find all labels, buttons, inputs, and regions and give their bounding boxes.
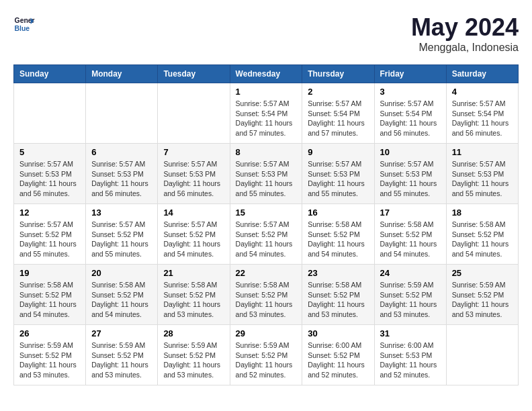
logo-icon: General Blue	[13, 13, 35, 35]
day-cell: 5Sunrise: 5:57 AMSunset: 5:53 PMDaylight…	[14, 144, 86, 204]
title-block: May 2024 Menggala, Indonesia	[411, 13, 519, 54]
day-number: 17	[380, 208, 441, 218]
day-info: Sunrise: 5:59 AMSunset: 5:52 PMDaylight:…	[163, 341, 220, 379]
day-number: 4	[452, 87, 513, 97]
day-cell: 24Sunrise: 5:59 AMSunset: 5:52 PMDayligh…	[374, 265, 446, 325]
header-row: SundayMondayTuesdayWednesdayThursdayFrid…	[14, 65, 519, 83]
day-cell: 25Sunrise: 5:59 AMSunset: 5:52 PMDayligh…	[446, 265, 518, 325]
week-row-1: 1Sunrise: 5:57 AMSunset: 5:54 PMDaylight…	[14, 83, 519, 144]
day-cell: 14Sunrise: 5:57 AMSunset: 5:52 PMDayligh…	[158, 204, 230, 265]
day-cell	[14, 83, 86, 144]
day-cell: 17Sunrise: 5:58 AMSunset: 5:52 PMDayligh…	[374, 204, 446, 265]
day-cell: 29Sunrise: 5:59 AMSunset: 5:52 PMDayligh…	[230, 325, 302, 385]
day-info: Sunrise: 5:57 AMSunset: 5:54 PMDaylight:…	[452, 99, 509, 137]
day-number: 19	[19, 268, 80, 278]
day-number: 11	[452, 147, 513, 157]
day-info: Sunrise: 5:58 AMSunset: 5:52 PMDaylight:…	[19, 281, 77, 318]
day-number: 7	[163, 147, 224, 157]
day-cell: 15Sunrise: 5:57 AMSunset: 5:52 PMDayligh…	[230, 204, 302, 265]
day-info: Sunrise: 5:59 AMSunset: 5:52 PMDaylight:…	[452, 281, 509, 318]
day-number: 30	[308, 328, 368, 338]
day-info: Sunrise: 5:59 AMSunset: 5:52 PMDaylight:…	[236, 341, 293, 379]
day-header-sunday: Sunday	[14, 65, 86, 83]
day-info: Sunrise: 5:57 AMSunset: 5:54 PMDaylight:…	[308, 99, 365, 137]
day-cell: 9Sunrise: 5:57 AMSunset: 5:53 PMDaylight…	[302, 144, 374, 204]
week-row-4: 19Sunrise: 5:58 AMSunset: 5:52 PMDayligh…	[14, 265, 519, 325]
day-cell: 8Sunrise: 5:57 AMSunset: 5:53 PMDaylight…	[230, 144, 302, 204]
day-info: Sunrise: 5:57 AMSunset: 5:53 PMDaylight:…	[91, 160, 148, 197]
day-cell: 27Sunrise: 5:59 AMSunset: 5:52 PMDayligh…	[86, 325, 158, 385]
day-number: 9	[308, 147, 368, 157]
day-cell: 21Sunrise: 5:58 AMSunset: 5:52 PMDayligh…	[158, 265, 230, 325]
day-number: 8	[236, 147, 297, 157]
main-title: May 2024	[411, 13, 519, 42]
day-number: 26	[19, 328, 80, 338]
subtitle: Menggala, Indonesia	[411, 42, 519, 54]
day-number: 22	[236, 268, 297, 278]
day-cell: 7Sunrise: 5:57 AMSunset: 5:53 PMDaylight…	[158, 144, 230, 204]
day-info: Sunrise: 5:57 AMSunset: 5:54 PMDaylight:…	[236, 99, 293, 137]
calendar-table: SundayMondayTuesdayWednesdayThursdayFrid…	[13, 64, 519, 385]
day-number: 3	[380, 87, 441, 97]
day-cell: 26Sunrise: 5:59 AMSunset: 5:52 PMDayligh…	[14, 325, 86, 385]
day-header-thursday: Thursday	[302, 65, 374, 83]
day-number: 2	[308, 87, 368, 97]
day-info: Sunrise: 5:58 AMSunset: 5:52 PMDaylight:…	[308, 220, 365, 258]
day-cell: 30Sunrise: 6:00 AMSunset: 5:52 PMDayligh…	[302, 325, 374, 385]
day-number: 28	[163, 328, 224, 338]
day-cell: 13Sunrise: 5:57 AMSunset: 5:52 PMDayligh…	[86, 204, 158, 265]
day-number: 29	[236, 328, 297, 338]
day-number: 6	[91, 147, 152, 157]
day-info: Sunrise: 5:59 AMSunset: 5:52 PMDaylight:…	[380, 281, 437, 318]
day-number: 24	[380, 268, 441, 278]
day-info: Sunrise: 5:57 AMSunset: 5:52 PMDaylight:…	[236, 220, 293, 258]
day-info: Sunrise: 6:00 AMSunset: 5:53 PMDaylight:…	[380, 341, 437, 379]
day-cell: 20Sunrise: 5:58 AMSunset: 5:52 PMDayligh…	[86, 265, 158, 325]
day-cell: 31Sunrise: 6:00 AMSunset: 5:53 PMDayligh…	[374, 325, 446, 385]
day-cell	[446, 325, 518, 385]
day-number: 5	[19, 147, 80, 157]
day-number: 25	[452, 268, 513, 278]
day-info: Sunrise: 5:57 AMSunset: 5:52 PMDaylight:…	[91, 220, 148, 258]
day-info: Sunrise: 5:58 AMSunset: 5:52 PMDaylight:…	[163, 281, 220, 318]
day-cell: 19Sunrise: 5:58 AMSunset: 5:52 PMDayligh…	[14, 265, 86, 325]
day-cell: 11Sunrise: 5:57 AMSunset: 5:53 PMDayligh…	[446, 144, 518, 204]
day-number: 16	[308, 208, 368, 218]
day-number: 31	[380, 328, 441, 338]
day-info: Sunrise: 5:59 AMSunset: 5:52 PMDaylight:…	[19, 341, 77, 379]
week-row-2: 5Sunrise: 5:57 AMSunset: 5:53 PMDaylight…	[14, 144, 519, 204]
day-cell	[158, 83, 230, 144]
day-number: 13	[91, 208, 152, 218]
day-info: Sunrise: 5:57 AMSunset: 5:53 PMDaylight:…	[308, 160, 365, 197]
week-row-5: 26Sunrise: 5:59 AMSunset: 5:52 PMDayligh…	[14, 325, 519, 385]
day-info: Sunrise: 5:57 AMSunset: 5:53 PMDaylight:…	[19, 160, 77, 197]
calendar-body: 1Sunrise: 5:57 AMSunset: 5:54 PMDaylight…	[14, 83, 519, 385]
day-number: 27	[91, 328, 152, 338]
day-cell: 12Sunrise: 5:57 AMSunset: 5:52 PMDayligh…	[14, 204, 86, 265]
day-number: 12	[19, 208, 80, 218]
day-header-wednesday: Wednesday	[230, 65, 302, 83]
day-info: Sunrise: 5:57 AMSunset: 5:52 PMDaylight:…	[163, 220, 220, 258]
day-cell: 18Sunrise: 5:58 AMSunset: 5:52 PMDayligh…	[446, 204, 518, 265]
day-number: 15	[236, 208, 297, 218]
day-cell: 22Sunrise: 5:58 AMSunset: 5:52 PMDayligh…	[230, 265, 302, 325]
week-row-3: 12Sunrise: 5:57 AMSunset: 5:52 PMDayligh…	[14, 204, 519, 265]
day-cell: 2Sunrise: 5:57 AMSunset: 5:54 PMDaylight…	[302, 83, 374, 144]
day-info: Sunrise: 5:57 AMSunset: 5:53 PMDaylight:…	[163, 160, 220, 197]
day-info: Sunrise: 5:57 AMSunset: 5:54 PMDaylight:…	[380, 99, 437, 137]
day-number: 14	[163, 208, 224, 218]
svg-text:Blue: Blue	[15, 25, 30, 32]
day-number: 10	[380, 147, 441, 157]
day-info: Sunrise: 5:57 AMSunset: 5:53 PMDaylight:…	[236, 160, 293, 197]
day-info: Sunrise: 5:58 AMSunset: 5:52 PMDaylight:…	[380, 220, 437, 258]
day-cell	[86, 83, 158, 144]
day-cell: 16Sunrise: 5:58 AMSunset: 5:52 PMDayligh…	[302, 204, 374, 265]
day-cell: 28Sunrise: 5:59 AMSunset: 5:52 PMDayligh…	[158, 325, 230, 385]
calendar-header: SundayMondayTuesdayWednesdayThursdayFrid…	[14, 65, 519, 83]
day-info: Sunrise: 5:58 AMSunset: 5:52 PMDaylight:…	[236, 281, 293, 318]
day-header-saturday: Saturday	[446, 65, 518, 83]
logo: General Blue	[13, 13, 35, 35]
day-number: 20	[91, 268, 152, 278]
day-number: 23	[308, 268, 368, 278]
day-info: Sunrise: 5:59 AMSunset: 5:52 PMDaylight:…	[91, 341, 148, 379]
